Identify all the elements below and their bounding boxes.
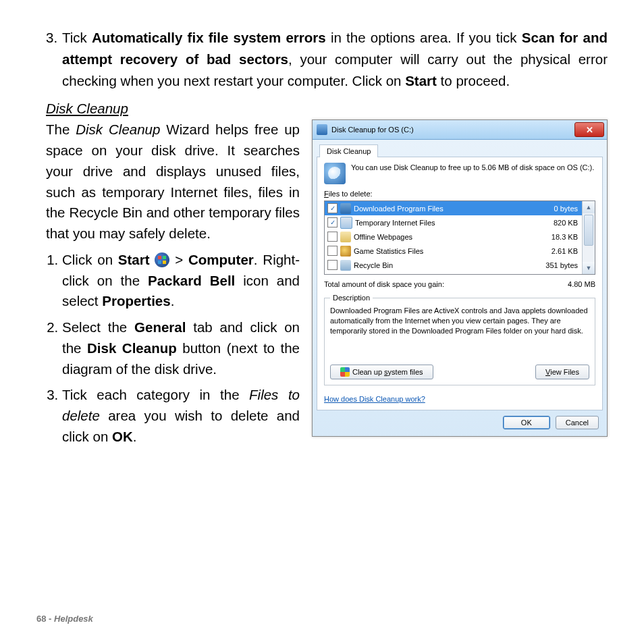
checkbox[interactable]: ✓ (327, 217, 338, 227)
info-icon (324, 163, 346, 184)
file-size: 0 bytes (535, 205, 578, 213)
file-name: Offline Webpages (354, 233, 535, 241)
file-size: 2.61 KB (535, 247, 578, 255)
file-name: Recycle Bin (354, 261, 535, 269)
scroll-down-button[interactable]: ▼ (583, 262, 595, 274)
close-icon: ✕ (586, 125, 593, 135)
description-text: Downloaded Program Files are ActiveX con… (330, 306, 589, 336)
file-row[interactable]: ✓Downloaded Program Files0 bytes (325, 201, 582, 215)
view-files-button[interactable]: View Files (535, 365, 589, 379)
description-legend: Description (330, 294, 373, 302)
total-label: Total amount of disk space you gain: (324, 280, 444, 288)
cancel-button[interactable]: Cancel (556, 416, 599, 429)
help-link[interactable]: How does Disk Cleanup work? (324, 395, 425, 403)
files-to-delete-label: Files to delete: (324, 190, 595, 198)
file-icon (340, 246, 351, 257)
step-num: 3. (46, 30, 57, 45)
scroll-track[interactable] (583, 213, 595, 262)
clean-system-files-button[interactable]: Clean up system files (330, 365, 433, 379)
tab-disk-cleanup[interactable]: Disk Cleanup (319, 144, 378, 157)
file-icon (340, 232, 351, 242)
file-name: Downloaded Program Files (354, 205, 535, 213)
files-list[interactable]: ✓Downloaded Program Files0 bytes✓Tempora… (324, 200, 595, 275)
step-3: Tick each category in the Files to delet… (62, 385, 300, 447)
step-1: Click on Start > Computer. Right-click o… (62, 250, 300, 312)
checkbox[interactable]: ✓ (327, 203, 338, 213)
disk-cleanup-window: Disk Cleanup for OS (C:) ✕ Disk Cleanup … (312, 119, 608, 437)
page-footer: 68 - Helpdesk (36, 614, 93, 624)
file-name: Game Statistics Files (354, 247, 535, 255)
file-icon (340, 260, 351, 271)
scrollbar[interactable]: ▲ ▼ (582, 201, 595, 274)
disk-cleanup-heading: Disk Cleanup (46, 101, 608, 117)
file-icon (340, 203, 351, 214)
scroll-up-button[interactable]: ▲ (583, 201, 595, 213)
file-size: 18.3 KB (535, 233, 578, 241)
file-icon (340, 217, 352, 229)
total-value: 4.80 MB (568, 280, 595, 288)
scroll-thumb[interactable] (584, 215, 593, 246)
file-row[interactable]: ✓Temporary Internet Files820 KB (325, 215, 582, 230)
intro-paragraph: The Disk Cleanup Wizard helps free up sp… (46, 119, 300, 244)
file-row[interactable]: Game Statistics Files2.61 KB (325, 244, 582, 258)
checkbox[interactable] (327, 246, 338, 256)
window-title: Disk Cleanup for OS (C:) (331, 126, 414, 134)
file-name: Temporary Internet Files (355, 219, 535, 227)
file-row[interactable]: Offline Webpages18.3 KB (325, 230, 582, 244)
file-size: 820 KB (535, 219, 578, 227)
step-2: Select the General tab and click on the … (62, 317, 300, 379)
disk-cleanup-icon (317, 124, 327, 135)
titlebar[interactable]: Disk Cleanup for OS (C:) ✕ (313, 120, 607, 140)
ok-button[interactable]: OK (503, 416, 550, 429)
info-text: You can use Disk Cleanup to free up to 5… (351, 163, 594, 172)
step-3-error-check: 3. Tick Automatically fix file system er… (46, 27, 608, 91)
checkbox[interactable] (327, 232, 338, 242)
file-size: 351 bytes (535, 261, 578, 269)
checkbox[interactable] (327, 260, 338, 270)
description-group: Description Downloaded Program Files are… (324, 294, 595, 385)
close-button[interactable]: ✕ (574, 122, 604, 137)
windows-start-icon (155, 252, 169, 267)
file-row[interactable]: Recycle Bin351 bytes (325, 258, 582, 272)
shield-icon (340, 367, 350, 377)
